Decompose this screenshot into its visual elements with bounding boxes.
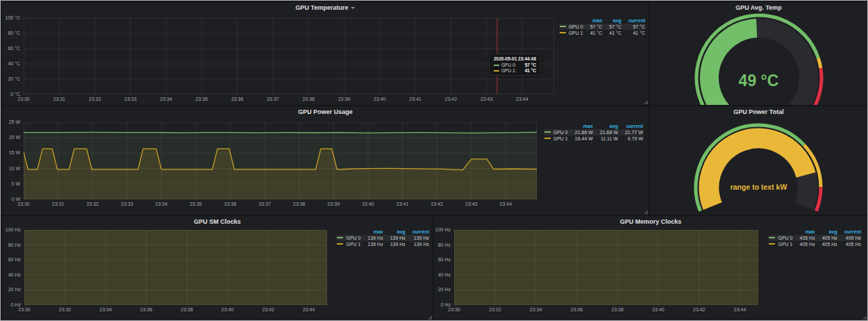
legend-series-toggle[interactable]: GPU 1 (337, 241, 360, 247)
series-color-swatch (544, 138, 551, 139)
y-tick-label: 0 °C (2, 92, 20, 97)
panel-title-gpu-sm-clocks[interactable]: GPU SM Clocks (2, 217, 433, 227)
y-tick-label: 15 W (2, 150, 20, 155)
legend-stat-max: 139 Hz (361, 235, 383, 241)
series-color-swatch (769, 243, 775, 245)
panel-title-gpu-power-usage[interactable]: GPU Power Usage (2, 108, 649, 117)
legend-gpu-temperature: maxavgcurrentGPU 057 °C57 °C57 °CGPU 141… (560, 17, 645, 36)
tooltip-series-row: GPU 0:57 °C (494, 63, 536, 67)
legend-stat-header[interactable]: max (361, 229, 383, 235)
chevron-down-icon (351, 7, 355, 9)
y-tick-label: 80 Hz (434, 242, 451, 247)
legend-stat-avg: 57 °C (602, 24, 621, 30)
x-tick-label: 23:40 (369, 97, 390, 101)
panel-title-text: GPU Power Usage (298, 108, 353, 115)
legend-stat-header[interactable]: current (621, 17, 645, 24)
legend-series-toggle[interactable]: GPU 0 (560, 24, 583, 30)
panel-title-text: GPU Temperature (296, 4, 349, 11)
series-color-swatch (337, 243, 343, 245)
legend-table: maxavgcurrentGPU 021.86 W21.68 W21.77 WG… (544, 123, 643, 142)
panel-gpu-avg-temp: GPU Avg. Temp 49 °C (650, 2, 867, 105)
legend-series-toggle[interactable]: GPU 0 (337, 235, 360, 241)
y-tick-label: 20 Hz (434, 287, 451, 292)
legend-row-gpu-1: GPU 1405 Hz405 Hz405 Hz (769, 241, 861, 247)
legend-stat-header[interactable]: current (837, 229, 861, 235)
x-tick-label: 23:43 (461, 201, 482, 206)
legend-stat-current: 57 °C (621, 24, 645, 30)
legend-stat-avg: 405 Hz (815, 235, 837, 241)
panel-title-gpu-temperature[interactable]: GPU Temperature (2, 3, 649, 13)
x-tick-label: 23:37 (254, 201, 275, 206)
legend-stat-header[interactable]: avg (815, 229, 837, 235)
chart-area-gpu_memory_clocks[interactable] (454, 230, 758, 305)
legend-row-gpu-1: GPU 141 °C41 °C41 °C (560, 30, 645, 36)
panel-title-gpu-avg-temp[interactable]: GPU Avg. Temp (650, 3, 867, 13)
x-tick-label: 23:34 (95, 307, 116, 312)
legend-series-toggle[interactable]: GPU 1 (560, 30, 583, 36)
legend-stat-header[interactable]: max (793, 229, 815, 235)
legend-stat-current: 9.79 W (618, 135, 643, 142)
legend-stat-header[interactable]: current (618, 123, 643, 129)
panel-gpu-sm-clocks: GPU SM Clocks maxavgcurrentGPU 0139 Hz13… (2, 216, 433, 320)
legend-stat-avg: 11.11 W (593, 135, 618, 142)
series-color-swatch (544, 131, 551, 133)
y-tick-label: 40 Hz (2, 272, 21, 277)
panel-title-gpu-memory-clocks[interactable]: GPU Memory Clocks (434, 217, 867, 227)
panel-resize-handle[interactable] (862, 315, 867, 320)
tooltip-series-name: GPU 1: (501, 68, 516, 73)
legend-stat-header[interactable]: max (583, 17, 603, 24)
legend-series-toggle[interactable]: GPU 0 (544, 129, 568, 135)
legend-stat-current: 139 Hz (406, 241, 429, 247)
legend-stat-max: 405 Hz (793, 235, 815, 241)
panel-resize-handle[interactable] (428, 315, 432, 320)
x-tick-label: 23:40 (358, 201, 378, 206)
legend-stat-header[interactable]: max (568, 123, 593, 129)
x-tick-label: 23:36 (227, 97, 248, 101)
x-tick-label: 23:38 (176, 307, 197, 312)
legend-stat-max: 16.44 W (568, 135, 593, 142)
x-tick-label: 23:32 (82, 201, 103, 206)
x-tick-label: 23:35 (191, 97, 212, 101)
x-tick-label: 23:38 (607, 307, 628, 312)
x-tick-label: 23:39 (323, 201, 344, 206)
chart-area-gpu_power_usage[interactable] (24, 122, 537, 199)
legend-stat-header[interactable]: avg (383, 229, 406, 235)
legend-stat-header[interactable]: current (406, 229, 429, 235)
legend-stat-avg: 139 Hz (383, 241, 406, 247)
series-color-swatch (560, 32, 566, 33)
legend-stat-header[interactable]: avg (602, 17, 621, 24)
legend-series-toggle[interactable]: GPU 1 (769, 241, 792, 247)
x-tick-label: 23:32 (55, 307, 76, 312)
chart-area-gpu_temperature[interactable] (24, 18, 554, 94)
x-tick-label: 23:33 (117, 201, 137, 206)
x-tick-label: 23:38 (289, 201, 310, 206)
y-tick-label: 100 °C (2, 15, 20, 20)
legend-table: maxavgcurrentGPU 0139 Hz139 Hz139 HzGPU … (337, 229, 429, 247)
panel-title-text: GPU SM Clocks (194, 218, 241, 225)
x-tick-label: 23:38 (298, 97, 319, 101)
x-tick-label: 23:34 (151, 201, 172, 206)
legend-stat-max: 139 Hz (361, 241, 383, 247)
x-tick-label: 23:42 (689, 307, 710, 312)
y-tick-label: 0 Hz (2, 302, 21, 307)
series-color-swatch (560, 26, 566, 27)
panel-resize-handle[interactable] (644, 210, 648, 214)
chart-area-gpu_sm_clocks[interactable] (24, 230, 327, 305)
panel-gpu-power-total: GPU Power Total range to text kW (650, 106, 867, 215)
x-tick-label: 23:36 (220, 201, 241, 206)
x-tick-label: 23:31 (49, 97, 69, 101)
legend-stat-header[interactable]: avg (593, 123, 618, 129)
y-tick-label: 100 Hz (434, 227, 451, 232)
x-tick-label: 23:37 (262, 97, 283, 101)
x-tick-label: 23:33 (120, 97, 141, 101)
panel-title-gpu-power-total[interactable]: GPU Power Total (650, 108, 867, 117)
x-tick-label: 23:30 (444, 307, 465, 312)
panel-resize-handle[interactable] (644, 100, 648, 104)
legend-series-toggle[interactable]: GPU 0 (769, 235, 792, 241)
legend-stat-current: 405 Hz (837, 235, 861, 241)
legend-series-toggle[interactable]: GPU 1 (544, 135, 568, 142)
x-tick-label: 23:34 (526, 307, 546, 312)
y-tick-label: 60 Hz (2, 257, 21, 262)
y-tick-label: 40 °C (2, 61, 20, 66)
y-tick-label: 40 Hz (434, 272, 451, 277)
